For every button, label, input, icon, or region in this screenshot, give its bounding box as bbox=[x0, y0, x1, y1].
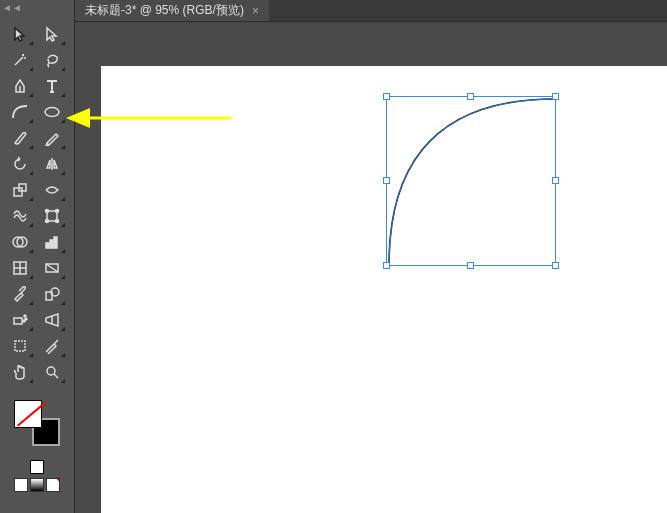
svg-rect-10 bbox=[46, 243, 49, 248]
svg-point-7 bbox=[56, 220, 59, 223]
svg-point-0 bbox=[45, 108, 59, 117]
svg-point-20 bbox=[23, 320, 25, 322]
reflect-tool[interactable] bbox=[38, 152, 66, 176]
color-mode-gradient[interactable] bbox=[30, 478, 44, 492]
tiny-swap-icon[interactable] bbox=[30, 460, 44, 474]
document-tab[interactable]: 未标题-3* @ 95% (RGB/预览) × bbox=[75, 0, 269, 21]
selection-tool[interactable] bbox=[6, 22, 34, 46]
arc-object[interactable] bbox=[387, 97, 557, 267]
eyedropper-tool[interactable] bbox=[6, 282, 34, 306]
shape-builder-tool[interactable] bbox=[6, 230, 34, 254]
zoom-tool[interactable] bbox=[38, 360, 66, 384]
hand-tool[interactable] bbox=[6, 360, 34, 384]
slice-tool[interactable] bbox=[38, 334, 66, 358]
svg-point-6 bbox=[46, 220, 49, 223]
color-mode-none[interactable] bbox=[46, 478, 60, 492]
perspective-tool[interactable] bbox=[38, 308, 66, 332]
svg-point-18 bbox=[24, 315, 26, 317]
rotate-tool[interactable] bbox=[6, 152, 34, 176]
free-transform-tool[interactable] bbox=[38, 204, 66, 228]
tools-panel bbox=[0, 0, 75, 513]
svg-point-19 bbox=[25, 318, 27, 320]
pen-tool[interactable] bbox=[6, 74, 34, 98]
workspace[interactable] bbox=[75, 22, 667, 513]
warp-tool[interactable] bbox=[6, 204, 34, 228]
svg-point-5 bbox=[56, 210, 59, 213]
handle-mid-right[interactable] bbox=[552, 177, 559, 184]
type-tool[interactable] bbox=[38, 74, 66, 98]
svg-rect-17 bbox=[14, 318, 22, 324]
gradient-tool[interactable] bbox=[38, 256, 66, 280]
direct-selection-tool[interactable] bbox=[38, 22, 66, 46]
close-icon[interactable]: × bbox=[252, 4, 259, 18]
svg-point-4 bbox=[46, 210, 49, 213]
arc-tool[interactable] bbox=[6, 100, 34, 124]
handle-top-mid[interactable] bbox=[467, 93, 474, 100]
mesh-tool[interactable] bbox=[6, 256, 34, 280]
selection-bounding-box[interactable] bbox=[386, 96, 556, 266]
scale-tool[interactable] bbox=[6, 178, 34, 202]
ellipse-tool[interactable] bbox=[38, 100, 66, 124]
panel-collapse-handle[interactable]: ◄◄ bbox=[2, 2, 22, 13]
brush-tool[interactable] bbox=[6, 126, 34, 150]
svg-rect-11 bbox=[50, 240, 53, 248]
fill-swatch[interactable] bbox=[14, 400, 42, 428]
symbol-spray-tool[interactable] bbox=[6, 308, 34, 332]
color-mode-row bbox=[0, 476, 74, 498]
handle-bottom-left[interactable] bbox=[383, 262, 390, 269]
svg-rect-21 bbox=[15, 341, 25, 351]
handle-top-right[interactable] bbox=[552, 93, 559, 100]
svg-rect-12 bbox=[54, 237, 57, 248]
width-tool[interactable] bbox=[38, 178, 66, 202]
blend-tool[interactable] bbox=[38, 282, 66, 306]
fill-stroke-swatch[interactable] bbox=[0, 392, 74, 458]
handle-mid-left[interactable] bbox=[383, 177, 390, 184]
document-tab-title: 未标题-3* @ 95% (RGB/预览) bbox=[85, 2, 244, 19]
document-tab-bar: 未标题-3* @ 95% (RGB/预览) × bbox=[75, 0, 667, 22]
artboard-canvas[interactable] bbox=[101, 66, 667, 513]
color-mode-solid[interactable] bbox=[14, 478, 28, 492]
svg-rect-1 bbox=[14, 188, 22, 196]
handle-top-left[interactable] bbox=[383, 93, 390, 100]
pencil-tool[interactable] bbox=[38, 126, 66, 150]
magic-wand-tool[interactable] bbox=[6, 48, 34, 72]
handle-bottom-right[interactable] bbox=[552, 262, 559, 269]
graph-tool[interactable] bbox=[38, 230, 66, 254]
artboard-tool[interactable] bbox=[6, 334, 34, 358]
handle-bottom-mid[interactable] bbox=[467, 262, 474, 269]
lasso-tool[interactable] bbox=[38, 48, 66, 72]
svg-point-22 bbox=[47, 367, 55, 375]
